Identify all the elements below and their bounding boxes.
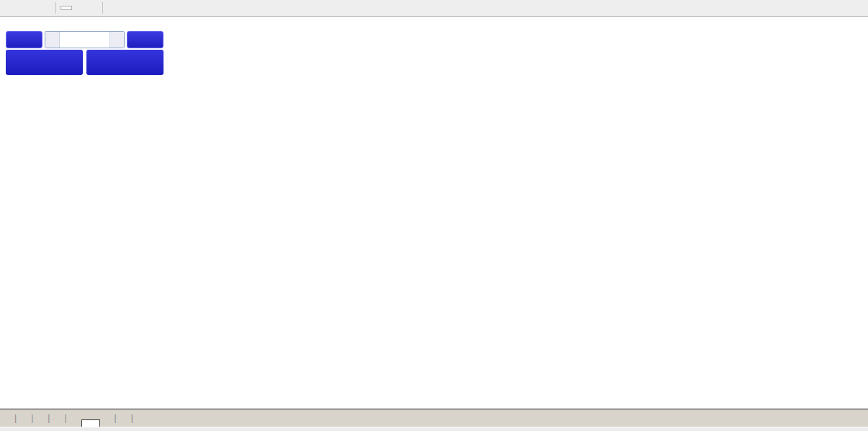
bid-price-box[interactable] xyxy=(6,50,83,75)
tab-divider xyxy=(131,413,133,427)
chart-tab-ukoil[interactable] xyxy=(117,420,131,427)
timeframe-button-h1[interactable] xyxy=(27,6,38,10)
timeframe-button-d1[interactable] xyxy=(61,6,72,10)
toolbar-separator xyxy=(55,2,56,14)
status-strip xyxy=(0,427,868,431)
timeframe-button-m5[interactable] xyxy=(1,6,12,10)
one-click-trade-panel xyxy=(6,31,164,75)
buy-button[interactable] xyxy=(127,31,164,48)
chart-tab-usdchf[interactable] xyxy=(50,420,64,427)
volume-input[interactable] xyxy=(60,32,109,48)
volume-decrease-button[interactable] xyxy=(45,32,60,48)
timeframe-button-mn[interactable] xyxy=(86,6,98,10)
chart-tab-xauusd[interactable] xyxy=(100,420,115,427)
toolbar-separator xyxy=(102,2,103,14)
timeframe-button-h4[interactable] xyxy=(40,6,51,10)
chart-tab-usdcad[interactable] xyxy=(67,420,81,427)
chart-tab-usdx[interactable] xyxy=(0,420,14,427)
chart-tab-bar xyxy=(0,409,868,427)
chart-title xyxy=(12,20,16,29)
timeframe-button-w1[interactable] xyxy=(73,6,85,10)
timeframe-toolbar xyxy=(0,0,868,17)
chart-tab-audusd[interactable] xyxy=(33,420,48,427)
ask-price-box[interactable] xyxy=(86,50,164,75)
chart-tab-eurusd[interactable] xyxy=(17,420,31,427)
sell-button[interactable] xyxy=(6,31,42,48)
chart-tab-usdcnh[interactable] xyxy=(81,419,100,427)
volume-increase-button[interactable] xyxy=(109,32,124,48)
volume-spinner xyxy=(45,31,125,48)
timeframe-button-m30[interactable] xyxy=(14,6,25,10)
